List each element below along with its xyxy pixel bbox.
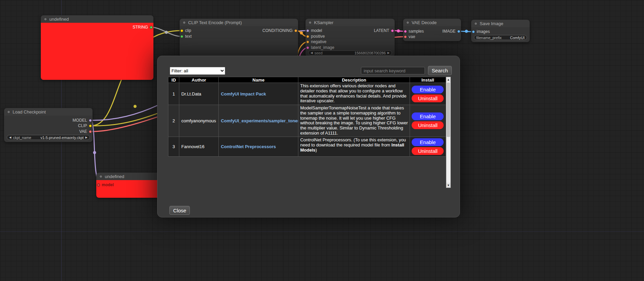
node-collapse-dot-icon[interactable] [309,21,312,24]
uninstall-button[interactable]: Uninstall [412,147,444,155]
node-collapse-dot-icon[interactable] [7,110,10,113]
filter-select[interactable]: Filter: all [170,67,225,75]
node-header[interactable]: Save Image [471,20,530,27]
search-button[interactable]: Search [428,66,452,75]
output-slot-string[interactable]: STRING [133,25,153,29]
uninstall-button[interactable]: Uninstall [412,121,444,129]
node-undefined-top[interactable]: undefined STRING [41,15,153,80]
vae-output-dot-icon[interactable] [89,130,92,133]
input-slot-negative[interactable]: negative [306,40,326,44]
clip-output-dot-icon[interactable] [89,124,92,127]
prev-arrow-icon[interactable]: ◀ [9,136,11,139]
node-collapse-dot-icon[interactable] [99,175,102,178]
extension-name-link[interactable]: ComfyUI_experiments/sampler_tonemap [221,118,298,123]
images-input-dot-icon[interactable] [472,30,475,33]
widget-label: filename_prefix [476,36,502,40]
name-cell: ComfyUI Impact Pack [219,83,298,105]
node-header[interactable]: VAE Decode [403,19,461,26]
wire-conditioning-to-positive [297,31,307,36]
output-slot-conditioning[interactable]: CONDITIONING [262,29,297,33]
scrollbar-thumb[interactable] [447,83,450,137]
id-cell: 1 [168,83,179,105]
output-slot-clip[interactable]: CLIP [78,124,92,128]
close-button[interactable]: Close [169,206,190,215]
scroll-up-button[interactable]: ▲ [446,77,450,82]
node-collapse-dot-icon[interactable] [183,21,186,24]
decrement-arrow-icon[interactable]: ◀ [311,52,313,54]
slot-label: samples [409,29,424,34]
input-slot-positive[interactable]: positive [306,34,325,38]
column-header: ID [168,77,179,83]
samples-input-dot-icon[interactable] [404,30,407,33]
widget-value: ComfyUI [510,36,525,40]
extension-name-link[interactable]: ControlNet Preprocessors [221,144,276,149]
model-input-dot-icon[interactable] [97,183,100,187]
table-scrollbar[interactable]: ▲ ▼ [446,77,451,188]
wire-midpoint-dot [465,30,468,33]
uninstall-button[interactable]: Uninstall [412,94,444,102]
node-header[interactable]: undefined [41,15,153,23]
clip-input-dot-icon[interactable] [180,29,183,32]
slot-label: negative [311,39,326,44]
text-input-dot-icon[interactable] [180,35,183,38]
output-slot-image[interactable]: IMAGE [442,29,460,33]
node-collapse-dot-icon[interactable] [44,18,47,21]
increment-arrow-icon[interactable]: ▶ [387,52,390,54]
node-clip-text-encode[interactable]: CLIP Text Encode (Prompt) clip text COND… [180,19,298,57]
filename-prefix-widget[interactable]: filename_prefix ComfyUI [474,35,527,40]
output-slot-model[interactable]: MODEL [72,118,92,122]
input-slot-samples[interactable]: samples [404,29,424,33]
node-vae-decode[interactable]: VAE Decode samples vae IMAGE [403,19,461,41]
author-cell: Fannovel16 [179,137,219,156]
extension-row: 3Fannovel16ControlNet PreprocessorsContr… [168,137,446,156]
canvas-axis-horizontal [0,231,644,232]
id-cell: 3 [168,137,179,156]
slot-label: VAE [79,129,87,134]
model-output-dot-icon[interactable] [89,119,92,122]
seed-widget[interactable]: ◀ seed 156680208700286 ▶ [308,50,392,55]
vae-input-dot-icon[interactable] [404,35,407,38]
node-collapse-dot-icon[interactable] [474,22,477,25]
next-arrow-icon[interactable]: ▶ [85,136,87,139]
node-graph-canvas[interactable]: undefined STRING CLIP Text Encode (Promp… [0,0,644,281]
node-header[interactable]: KSampler [306,19,395,26]
search-input[interactable] [361,67,425,74]
output-slot-vae[interactable]: VAE [79,129,92,134]
node-load-checkpoint[interactable]: Load Checkpoint MODEL CLIP VAE ◀ ckpt_na… [4,108,93,142]
node-ksampler[interactable]: KSampler model positive negative latent_… [306,19,395,57]
node-header[interactable]: Load Checkpoint [4,108,93,116]
slot-label: images [477,29,490,34]
extension-name-link[interactable]: ComfyUI Impact Pack [221,91,266,96]
scroll-down-button[interactable]: ▼ [446,183,450,188]
output-slot-latent[interactable]: LATENT [374,29,394,33]
input-slot-latent-image[interactable]: latent_image [306,46,334,50]
positive-input-dot-icon[interactable] [306,35,309,38]
input-slot-clip[interactable]: clip [180,29,191,33]
description-cell: ModelSamplerTonemapNoiseTest a node that… [298,105,410,137]
latent-image-input-dot-icon[interactable] [306,46,309,49]
image-output-dot-icon[interactable] [457,30,460,33]
conditioning-output-dot-icon[interactable] [294,29,297,32]
input-slot-model[interactable]: model [306,29,322,33]
column-header: Name [219,77,298,83]
ckpt-name-widget[interactable]: ◀ ckpt_name v1-5-pruned-emaonly.ckpt ▶ [7,135,90,140]
slot-label: clip [185,28,191,33]
node-save-image[interactable]: Save Image images filename_prefix ComfyU… [471,20,530,42]
slot-label: STRING [133,25,148,30]
latent-output-dot-icon[interactable] [391,29,394,32]
wire-midpoint-dot [300,32,303,35]
node-collapse-dot-icon[interactable] [406,21,409,24]
enable-button[interactable]: Enable [412,112,444,120]
negative-input-dot-icon[interactable] [306,40,309,43]
column-header: Install [410,77,446,83]
string-output-dot-icon[interactable] [150,26,153,29]
input-slot-images[interactable]: images [472,30,490,34]
input-slot-text[interactable]: text [180,34,192,38]
node-header[interactable]: CLIP Text Encode (Prompt) [180,19,298,26]
input-slot-vae[interactable]: vae [404,35,415,39]
enable-button[interactable]: Enable [412,138,444,146]
wire-string-to-text [152,27,181,36]
enable-button[interactable]: Enable [412,86,444,93]
input-slot-model[interactable]: model [97,183,114,187]
model-input-dot-icon[interactable] [306,29,309,32]
